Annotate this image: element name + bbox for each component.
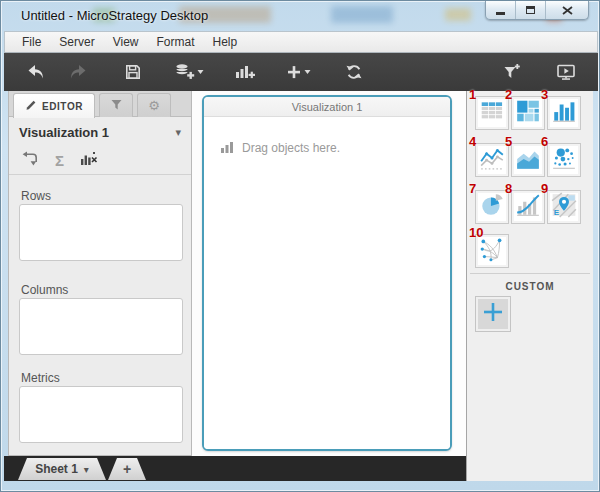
gallery-item-esri-map[interactable]: 9 E xyxy=(547,190,581,224)
maximize-button[interactable] xyxy=(516,1,546,19)
add-sheet-label: + xyxy=(123,461,131,477)
tab-settings[interactable]: ⚙ xyxy=(137,93,171,117)
add-data-button[interactable] xyxy=(166,58,212,86)
add-custom-visualization-button[interactable] xyxy=(475,296,511,332)
mini-bar-chart-icon xyxy=(220,139,234,157)
add-data-icon xyxy=(174,62,204,82)
canvas-area: Visualization 1 Drag objects here. xyxy=(192,91,466,459)
gallery-item-grid[interactable]: 1 xyxy=(475,96,509,130)
gallery-item-bubble-chart[interactable]: 6 xyxy=(547,143,581,177)
tab-filter[interactable] xyxy=(99,93,133,117)
menu-server[interactable]: Server xyxy=(50,33,103,51)
annotation-number: 7 xyxy=(469,181,476,196)
annotation-number: 10 xyxy=(469,225,483,240)
tab-editor-label: EDITOR xyxy=(42,101,83,112)
menu-help[interactable]: Help xyxy=(204,33,247,51)
toolbar-right-group xyxy=(494,58,584,86)
menu-view[interactable]: View xyxy=(104,33,148,51)
gallery-item-heat-map[interactable]: 2 xyxy=(511,96,545,130)
bar-chart-icon xyxy=(551,98,577,128)
visualization-panel: Visualization 1 Drag objects here. xyxy=(202,95,452,451)
filter-button[interactable] xyxy=(494,58,530,86)
refresh-icon xyxy=(344,62,364,82)
menu-format[interactable]: Format xyxy=(147,33,203,51)
visualization-gallery: 1 2 3 4 5 6 7 8 xyxy=(466,91,593,481)
undo-icon xyxy=(26,63,46,81)
redo-button[interactable] xyxy=(60,58,96,86)
pie-chart-icon xyxy=(479,192,505,222)
gallery-item-line-chart[interactable]: 4 xyxy=(475,143,509,177)
esri-map-icon: E xyxy=(551,192,577,222)
gallery-item-combo-chart[interactable]: 8 xyxy=(511,190,545,224)
annotation-number: 8 xyxy=(505,181,512,196)
redo-icon xyxy=(68,63,88,81)
annotation-number: 6 xyxy=(541,134,548,149)
title-bar: Untitled - MicroStrategy Desktop xyxy=(1,1,600,31)
editor-panel: EDITOR ⚙ Visualization 1 ▾ Σ Rows Column… xyxy=(8,91,192,456)
glass-reflection xyxy=(331,6,393,23)
insert-button[interactable] xyxy=(278,58,320,86)
plus-icon xyxy=(482,301,504,327)
new-visualization-button[interactable] xyxy=(226,58,264,86)
gear-icon: ⚙ xyxy=(148,99,160,112)
new-visualization-icon xyxy=(234,62,256,82)
sheet-tab-label: Sheet 1 xyxy=(35,462,78,476)
minimize-icon xyxy=(496,12,505,15)
editor-panel-tabs: EDITOR ⚙ xyxy=(9,91,191,117)
gallery-item-area-chart[interactable]: 5 xyxy=(511,143,545,177)
close-icon xyxy=(562,1,573,19)
clear-visualization-button[interactable] xyxy=(80,151,98,170)
menu-bar: File Server View Format Help xyxy=(4,31,598,53)
save-button[interactable] xyxy=(116,58,150,86)
line-chart-icon xyxy=(479,145,505,175)
sheet-tab-active[interactable]: Sheet 1 ▾ xyxy=(18,458,106,480)
visualization-selector-value: Visualization 1 xyxy=(19,125,109,140)
gallery-item-bar-chart[interactable]: 3 xyxy=(547,96,581,130)
totals-sigma-button[interactable]: Σ xyxy=(55,153,64,168)
annotation-number: 9 xyxy=(541,181,548,196)
custom-section-label: CUSTOM xyxy=(467,281,593,292)
svg-text:E: E xyxy=(554,208,560,217)
columns-zone-label: Columns xyxy=(21,283,68,297)
presentation-mode-button[interactable] xyxy=(548,58,584,86)
maximize-icon xyxy=(526,6,535,14)
undo-button[interactable] xyxy=(18,58,54,86)
main-toolbar xyxy=(4,53,598,91)
sheet-tab-bar: Sheet 1 ▾ + xyxy=(4,456,466,481)
window-title: Untitled - MicroStrategy Desktop xyxy=(21,8,208,23)
visualization-drop-area[interactable]: Drag objects here. xyxy=(204,117,450,449)
insert-plus-icon xyxy=(286,63,312,81)
bubble-chart-icon xyxy=(551,145,577,175)
columns-drop-zone[interactable] xyxy=(19,298,183,355)
gallery-item-pie-chart[interactable]: 7 xyxy=(475,190,509,224)
funnel-icon xyxy=(110,97,123,115)
close-button[interactable] xyxy=(546,1,588,19)
drag-hint-text: Drag objects here. xyxy=(242,141,340,155)
editor-mini-toolbar: Σ xyxy=(9,147,191,175)
annotation-number: 2 xyxy=(505,87,512,102)
refresh-button[interactable] xyxy=(336,58,372,86)
combo-chart-icon xyxy=(515,192,541,222)
rows-zone-label: Rows xyxy=(21,189,51,203)
visualization-selector[interactable]: Visualization 1 ▾ xyxy=(9,117,191,147)
swap-axes-button[interactable] xyxy=(21,151,39,171)
visualization-panel-title[interactable]: Visualization 1 xyxy=(204,97,450,117)
annotation-number: 3 xyxy=(541,87,548,102)
chevron-down-icon: ▾ xyxy=(175,126,181,139)
tab-editor[interactable]: EDITOR xyxy=(13,93,95,118)
metrics-drop-zone[interactable] xyxy=(19,386,183,443)
chevron-down-icon: ▾ xyxy=(84,464,89,475)
heat-map-icon xyxy=(515,98,541,128)
rows-drop-zone[interactable] xyxy=(19,204,183,261)
menu-file[interactable]: File xyxy=(13,33,50,51)
minimize-button[interactable] xyxy=(486,1,516,19)
window-controls xyxy=(485,1,589,20)
gallery-divider xyxy=(470,273,590,274)
gallery-item-network[interactable]: 10 xyxy=(475,234,509,268)
add-sheet-tab[interactable]: + xyxy=(108,458,146,480)
grid-icon xyxy=(479,98,505,128)
annotation-number: 5 xyxy=(505,134,512,149)
area-chart-icon xyxy=(515,145,541,175)
annotation-number: 4 xyxy=(469,134,476,149)
filter-icon xyxy=(502,63,522,81)
